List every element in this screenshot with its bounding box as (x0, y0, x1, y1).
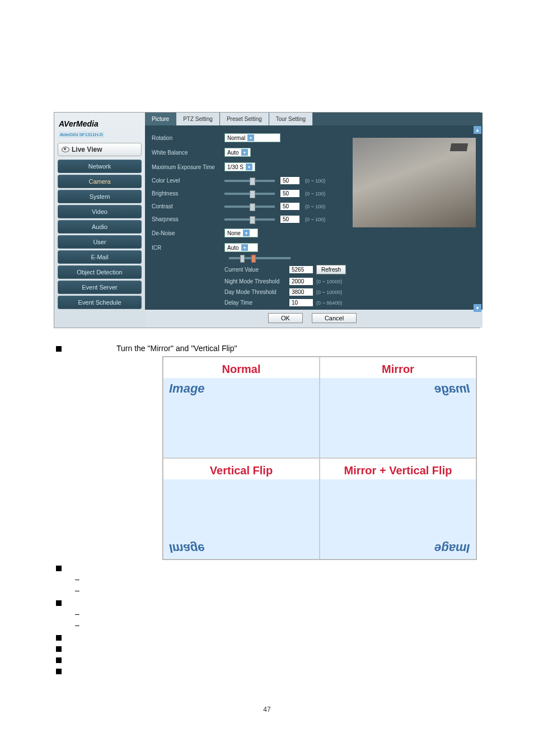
sidebar-item-email[interactable]: E-Mail (58, 250, 142, 264)
ok-button[interactable]: OK (268, 313, 303, 323)
sidebar: AVerMedia AVerDiGi SF1311H-D Live View N… (54, 113, 145, 328)
current-value-field: 5265 (289, 266, 313, 273)
color-level-value[interactable]: 50 (280, 177, 299, 184)
sidebar-item-video[interactable]: Video (58, 205, 142, 218)
sidebar-item-system[interactable]: System (58, 190, 142, 203)
sub-bullet (75, 620, 489, 629)
example-mirror-image: Image (320, 378, 476, 458)
day-threshold-range: (0 ~ 10000) (316, 290, 342, 295)
sub-bullet (75, 609, 489, 618)
white-balance-label: White Balance (152, 150, 219, 156)
scroll-up-icon[interactable]: ▲ (474, 126, 481, 134)
bullet-icon (56, 657, 62, 663)
example-mirror-heading: Mirror (320, 357, 476, 378)
chevron-down-icon: ▾ (241, 149, 248, 156)
brand-sub: AVerDiGi SF1311H-D (59, 132, 104, 138)
brand-logo: AVerMedia AVerDiGi SF1311H-D (58, 117, 142, 143)
tab-preset[interactable]: Preset Setting (220, 113, 269, 125)
bullet-icon (56, 646, 62, 652)
night-threshold-field[interactable]: 2000 (289, 278, 313, 285)
sidebar-item-event-schedule[interactable]: Event Schedule (58, 296, 142, 309)
rotation-label: Rotation (152, 135, 219, 141)
brightness-value[interactable]: 50 (280, 190, 299, 197)
config-panel: Picture PTZ Setting Preset Setting Tour … (145, 113, 483, 328)
color-level-range: (0 ~ 100) (305, 178, 325, 184)
example-vflip-image: Image (163, 479, 319, 559)
example-mvflip-image: Image (320, 479, 476, 559)
tab-ptz[interactable]: PTZ Setting (176, 113, 220, 125)
brightness-slider[interactable] (224, 193, 275, 195)
sidebar-item-camera[interactable]: Camera (58, 175, 142, 188)
chevron-down-icon: ▾ (247, 134, 254, 141)
sharpness-value[interactable]: 50 (280, 216, 299, 223)
contrast-value[interactable]: 50 (280, 203, 299, 210)
contrast-label: Contrast (152, 203, 219, 209)
icr-select[interactable]: Auto ▾ (224, 243, 258, 252)
sharpness-slider[interactable] (224, 218, 275, 221)
current-value-label: Current Value (224, 267, 286, 273)
sub-bullet (75, 575, 489, 584)
example-vflip-heading: Vertical Flip (163, 459, 319, 479)
scroll-down-icon[interactable]: ▼ (474, 304, 481, 312)
night-threshold-range: (0 ~ 10000) (316, 279, 342, 284)
bullet-icon (56, 600, 62, 606)
contrast-range: (0 ~ 100) (305, 204, 325, 209)
day-threshold-label: Day Mode Threshold (224, 289, 286, 295)
brightness-label: Brightness (152, 190, 219, 197)
sidebar-item-audio[interactable]: Audio (58, 220, 142, 234)
camera-preview-image (353, 138, 476, 227)
camera-settings-screenshot: AVerMedia AVerDiGi SF1311H-D Live View N… (54, 112, 480, 328)
example-normal-image: Image (163, 378, 319, 458)
live-view-label: Live View (72, 146, 102, 153)
chevron-down-icon: ▾ (241, 244, 248, 251)
sidebar-item-user[interactable]: User (58, 235, 142, 249)
delay-time-range: (0 ~ 86400) (316, 300, 342, 306)
eye-icon (62, 147, 69, 152)
brand-main: AVerMedia (59, 119, 140, 128)
live-view-button[interactable]: Live View (58, 143, 142, 156)
sharpness-range: (0 ~ 100) (305, 217, 325, 222)
cancel-button[interactable]: Cancel (312, 313, 357, 323)
max-exposure-label: Maximum Exposure Time (152, 164, 219, 170)
tab-tour[interactable]: Tour Setting (269, 113, 313, 125)
denoise-select[interactable]: None ▾ (224, 228, 258, 237)
bullet-icon (56, 669, 62, 674)
sub-bullet (75, 586, 489, 595)
bullet-icon (56, 566, 62, 571)
delay-time-field[interactable]: 10 (289, 299, 313, 306)
bullet-icon (56, 635, 62, 641)
example-mvflip-heading: Mirror + Vertical Flip (320, 459, 476, 479)
color-level-slider[interactable] (224, 180, 275, 182)
sidebar-item-network[interactable]: Network (58, 160, 142, 173)
brightness-range: (0 ~ 100) (305, 191, 325, 197)
denoise-label: De-Noise (152, 230, 219, 236)
day-threshold-field[interactable]: 3800 (289, 288, 313, 296)
rotation-description: Turn the "Mirror" and "Vertical Flip" (116, 344, 237, 353)
white-balance-select[interactable]: Auto ▾ (224, 148, 251, 157)
example-normal-heading: Normal (163, 357, 319, 378)
refresh-button[interactable]: Refresh (316, 265, 346, 274)
sidebar-item-event-server[interactable]: Event Server (58, 281, 142, 294)
rotation-examples-figure: Normal Image Mirror Image Vertical Flip (162, 356, 477, 560)
bullet-icon (56, 346, 62, 352)
dialog-buttons: OK Cancel (145, 310, 483, 328)
chevron-down-icon: ▾ (243, 230, 250, 236)
tab-bar: Picture PTZ Setting Preset Setting Tour … (145, 113, 483, 125)
document-body: Turn the "Mirror" and "Vertical Flip" No… (22, 334, 512, 689)
sharpness-label: Sharpness (152, 216, 219, 222)
icr-threshold-slider[interactable] (229, 257, 291, 259)
max-exposure-select[interactable]: 1/30 S ▾ (224, 162, 255, 171)
delay-time-label: Delay Time (224, 300, 286, 306)
night-threshold-label: Night Mode Threshold (224, 278, 286, 284)
sidebar-item-object-detection[interactable]: Object Detection (58, 265, 142, 279)
color-level-label: Color Level (152, 178, 219, 184)
rotation-select[interactable]: Normal ▾ (224, 133, 280, 142)
page-number: 47 (22, 689, 512, 725)
contrast-slider[interactable] (224, 206, 275, 208)
tab-picture[interactable]: Picture (145, 113, 176, 125)
chevron-down-icon: ▾ (246, 164, 252, 170)
icr-label: ICR (152, 245, 219, 251)
